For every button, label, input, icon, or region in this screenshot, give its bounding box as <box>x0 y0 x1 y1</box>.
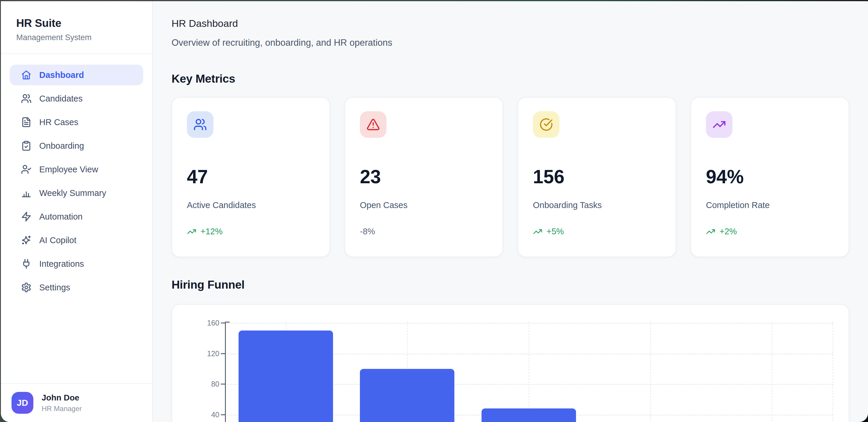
sparkles-icon <box>21 235 32 246</box>
file-text-icon <box>21 117 32 128</box>
sidebar-item-label: HR Cases <box>39 118 78 127</box>
metric-delta: +5% <box>533 227 661 236</box>
metric-value: 94% <box>706 167 834 186</box>
metric-label: Active Candidates <box>187 200 315 210</box>
y-tick-mark <box>221 353 225 354</box>
zap-icon <box>21 211 32 222</box>
funnel-bar <box>239 330 333 422</box>
y-tick-label: 160 <box>184 319 219 327</box>
app-title: HR Suite <box>16 17 137 30</box>
metric-delta: -8% <box>360 227 488 236</box>
users-icon <box>187 111 213 138</box>
y-tick-label: 120 <box>184 349 219 358</box>
sidebar-item-label: Weekly Summary <box>39 188 106 198</box>
metric-label: Onboarding Tasks <box>533 200 661 210</box>
alert-triangle-icon <box>360 111 386 138</box>
sidebar-item-hr-cases[interactable]: HR Cases <box>10 112 143 132</box>
metric-label: Completion Rate <box>706 200 834 210</box>
trending-up-icon <box>533 227 542 236</box>
metric-value: 47 <box>187 167 315 186</box>
home-icon <box>21 70 32 80</box>
v-gridline <box>833 322 833 422</box>
sidebar-item-label: Integrations <box>39 259 84 269</box>
y-tick-mark <box>221 323 225 323</box>
sidebar-item-label: Candidates <box>39 94 83 104</box>
sidebar-item-candidates[interactable]: Candidates <box>10 88 143 109</box>
sidebar-item-ai-copilot[interactable]: AI Copilot <box>10 230 143 251</box>
main-content[interactable]: HR Dashboard Overview of recruiting, onb… <box>153 1 868 422</box>
metric-label: Open Cases <box>360 200 488 210</box>
funnel-bar <box>482 409 576 422</box>
trending-up-icon <box>706 111 733 138</box>
sidebar-item-label: Automation <box>39 212 83 222</box>
sidebar-item-settings[interactable]: Settings <box>10 277 143 298</box>
gear-icon <box>21 282 32 293</box>
app-window: HR Suite Management System Dashboard Can… <box>1 1 868 422</box>
circle-check-icon <box>533 111 559 138</box>
sidebar-item-weekly-summary[interactable]: Weekly Summary <box>10 183 143 203</box>
sidebar: HR Suite Management System Dashboard Can… <box>1 1 153 422</box>
hiring-funnel-heading: Hiring Funnel <box>172 278 849 291</box>
metric-card-active-candidates: 47 Active Candidates +12% <box>172 97 330 257</box>
trending-up-icon <box>706 227 715 236</box>
sidebar-header: HR Suite Management System <box>1 1 152 54</box>
sidebar-item-employee-view[interactable]: Employee View <box>10 159 143 180</box>
page-subtitle: Overview of recruiting, onboarding, and … <box>172 37 849 48</box>
y-tick-mark <box>221 414 225 415</box>
user-check-icon <box>21 164 32 175</box>
page-title: HR Dashboard <box>172 18 849 29</box>
metric-delta: +12% <box>187 227 315 236</box>
metric-cards-row: 47 Active Candidates +12% 23 Open Cases … <box>172 97 849 257</box>
sidebar-item-label: Settings <box>39 283 70 292</box>
sidebar-item-label: Onboarding <box>39 141 84 151</box>
sidebar-item-integrations[interactable]: Integrations <box>10 254 143 274</box>
clipboard-check-icon <box>21 140 32 151</box>
key-metrics-heading: Key Metrics <box>172 72 849 85</box>
sidebar-item-label: Dashboard <box>39 70 84 80</box>
funnel-bar <box>360 369 454 422</box>
sidebar-item-automation[interactable]: Automation <box>10 206 143 227</box>
sidebar-item-label: Employee View <box>39 165 98 174</box>
metric-value: 23 <box>360 167 488 186</box>
y-tick-mark <box>221 384 225 385</box>
metric-card-open-cases: 23 Open Cases -8% <box>345 97 503 257</box>
sidebar-spacer <box>1 311 152 383</box>
y-axis-line <box>225 322 226 422</box>
user-name: John Doe <box>42 393 82 402</box>
sidebar-item-label: AI Copilot <box>39 235 76 245</box>
v-gridline <box>650 322 651 422</box>
sidebar-nav: Dashboard Candidates HR Cases Onboarding <box>1 54 152 311</box>
sidebar-item-onboarding[interactable]: Onboarding <box>10 135 143 156</box>
user-profile[interactable]: JD John Doe HR Manager <box>1 383 152 422</box>
v-gridline <box>529 322 529 422</box>
h-gridline <box>227 323 833 324</box>
sidebar-item-dashboard[interactable]: Dashboard <box>10 65 143 85</box>
plug-icon <box>21 259 32 269</box>
avatar: JD <box>11 392 33 414</box>
bar-chart-icon <box>21 188 32 198</box>
metric-delta: +2% <box>706 227 834 236</box>
y-tick-label: 40 <box>184 411 219 419</box>
user-role: HR Manager <box>42 404 82 413</box>
metric-value: 156 <box>533 167 661 186</box>
trending-up-icon <box>187 227 196 236</box>
hiring-funnel-chart: 1601208040 <box>172 304 849 422</box>
y-tick-label: 80 <box>184 380 219 388</box>
users-icon <box>21 93 32 104</box>
y-axis-top-tick <box>225 322 230 323</box>
v-gridline <box>772 322 772 422</box>
metric-card-onboarding-tasks: 156 Onboarding Tasks +5% <box>518 97 676 257</box>
metric-card-completion-rate: 94% Completion Rate +2% <box>690 97 849 257</box>
app-subtitle: Management System <box>16 33 137 42</box>
